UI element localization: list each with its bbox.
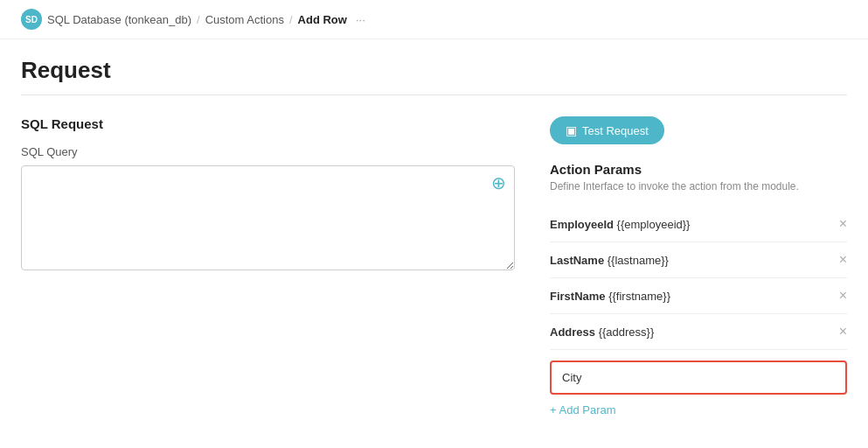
sql-query-label: SQL Query [21, 145, 515, 158]
page-title: Request [0, 39, 868, 94]
param-name-address: Address {{address}} [550, 326, 654, 339]
left-panel: SQL Request SQL Query ⊕ [21, 116, 515, 416]
breadcrumb: SD SQL Database (tonkean_db) / Custom Ac… [0, 0, 868, 39]
param-close-lastname[interactable]: × [839, 253, 847, 267]
param-close-employeeid[interactable]: × [839, 217, 847, 231]
nav-sep-2: / [289, 13, 293, 26]
nav-sep-1: / [197, 13, 200, 26]
action-params-desc: Define Interface to invoke the action fr… [550, 180, 847, 192]
add-param-button[interactable]: + Add Param [550, 403, 616, 416]
param-close-firstname[interactable]: × [839, 289, 847, 303]
app-logo: SD [21, 9, 42, 30]
nav-item-add-row: Add Row [298, 13, 347, 26]
param-close-address[interactable]: × [839, 325, 847, 339]
action-params-title: Action Params [550, 162, 847, 177]
sql-query-area: ⊕ [21, 165, 515, 273]
test-request-label: Test Request [582, 124, 649, 137]
param-name-firstname: FirstName {{firstname}} [550, 290, 670, 303]
param-row-firstname: FirstName {{firstname}} × [550, 278, 847, 314]
city-input-row [550, 360, 847, 395]
sql-query-input[interactable] [21, 165, 515, 270]
param-row-lastname: LastName {{lastname}} × [550, 242, 847, 278]
param-row-employeeid: EmployeeId {{employeeid}} × [550, 206, 847, 242]
sql-request-title: SQL Request [21, 116, 515, 131]
test-request-icon: ▣ [566, 123, 577, 137]
main-content: SQL Request SQL Query ⊕ ▣ Test Request A… [0, 95, 868, 438]
nav-more-button[interactable]: ··· [356, 13, 365, 26]
right-panel: ▣ Test Request Action Params Define Inte… [550, 116, 847, 416]
city-input[interactable] [550, 360, 847, 395]
param-name-lastname: LastName {{lastname}} [550, 254, 669, 267]
param-name-employeeid: EmployeeId {{employeeid}} [550, 218, 690, 231]
nav-item-database[interactable]: SQL Database (tonkean_db) [47, 13, 191, 26]
nav-item-custom-actions[interactable]: Custom Actions [205, 13, 284, 26]
insert-variable-button[interactable]: ⊕ [491, 174, 506, 192]
test-request-button[interactable]: ▣ Test Request [550, 116, 664, 144]
param-row-address: Address {{address}} × [550, 314, 847, 350]
